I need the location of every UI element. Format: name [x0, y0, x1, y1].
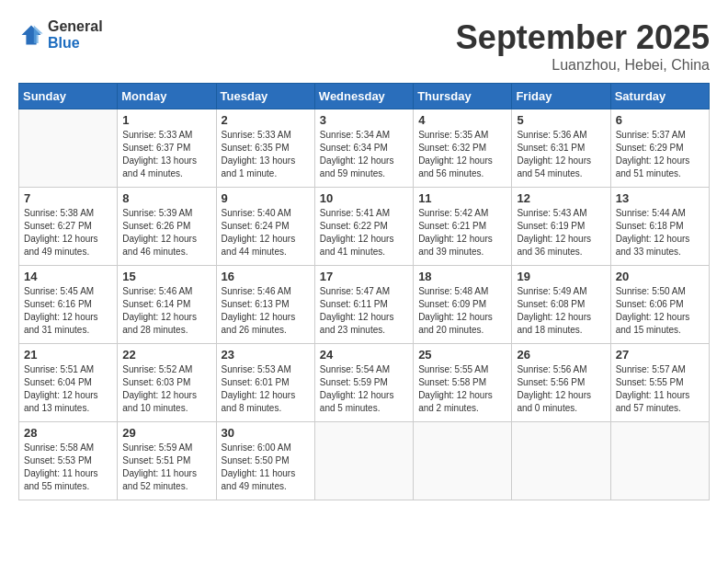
day-number: 13 [616, 191, 704, 205]
day-info: Sunrise: 5:54 AM Sunset: 5:59 PM Dayligh… [320, 363, 408, 415]
page-header: General Blue September 2025 Luanzhou, He… [18, 18, 710, 74]
calendar-cell: 24Sunrise: 5:54 AM Sunset: 5:59 PM Dayli… [314, 344, 413, 422]
day-info: Sunrise: 5:51 AM Sunset: 6:04 PM Dayligh… [24, 363, 112, 415]
day-info: Sunrise: 5:40 AM Sunset: 6:24 PM Dayligh… [222, 207, 310, 259]
day-number: 18 [418, 270, 506, 283]
day-number: 29 [122, 426, 210, 440]
calendar-cell: 9Sunrise: 5:40 AM Sunset: 6:24 PM Daylig… [216, 188, 314, 266]
svg-marker-1 [34, 25, 43, 43]
day-number: 1 [122, 113, 210, 127]
day-info: Sunrise: 5:50 AM Sunset: 6:06 PM Dayligh… [616, 285, 704, 337]
day-number: 10 [320, 191, 408, 205]
calendar-title: September 2025 [456, 18, 710, 57]
day-number: 27 [616, 348, 704, 362]
calendar-cell: 26Sunrise: 5:56 AM Sunset: 5:56 PM Dayli… [512, 344, 610, 422]
day-info: Sunrise: 5:56 AM Sunset: 5:56 PM Dayligh… [517, 363, 605, 415]
week-row-5: 28Sunrise: 5:58 AM Sunset: 5:53 PM Dayli… [19, 422, 710, 500]
day-header-friday: Friday [512, 84, 610, 109]
day-info: Sunrise: 5:33 AM Sunset: 6:35 PM Dayligh… [222, 129, 310, 180]
week-row-1: 1Sunrise: 5:33 AM Sunset: 6:37 PM Daylig… [19, 109, 710, 188]
calendar-cell [19, 109, 118, 188]
day-info: Sunrise: 5:43 AM Sunset: 6:19 PM Dayligh… [517, 207, 605, 259]
calendar-cell: 8Sunrise: 5:39 AM Sunset: 6:26 PM Daylig… [118, 188, 216, 266]
day-number: 5 [517, 113, 605, 127]
logo-icon [18, 22, 44, 48]
week-row-2: 7Sunrise: 5:38 AM Sunset: 6:27 PM Daylig… [19, 188, 710, 266]
calendar-cell: 30Sunrise: 6:00 AM Sunset: 5:50 PM Dayli… [216, 422, 314, 500]
day-number: 25 [418, 348, 506, 362]
day-header-wednesday: Wednesday [314, 84, 413, 109]
day-info: Sunrise: 5:33 AM Sunset: 6:37 PM Dayligh… [122, 129, 210, 180]
day-number: 30 [222, 426, 310, 440]
day-number: 4 [418, 113, 506, 127]
day-info: Sunrise: 5:58 AM Sunset: 5:53 PM Dayligh… [24, 442, 112, 493]
day-info: Sunrise: 5:49 AM Sunset: 6:08 PM Dayligh… [517, 285, 605, 337]
day-number: 12 [517, 191, 605, 205]
calendar-cell [414, 422, 512, 500]
day-info: Sunrise: 5:45 AM Sunset: 6:16 PM Dayligh… [24, 285, 112, 337]
calendar-cell: 11Sunrise: 5:42 AM Sunset: 6:21 PM Dayli… [414, 188, 512, 266]
day-info: Sunrise: 5:39 AM Sunset: 6:26 PM Dayligh… [122, 207, 210, 259]
day-info: Sunrise: 5:36 AM Sunset: 6:31 PM Dayligh… [517, 129, 605, 180]
day-number: 24 [320, 348, 408, 362]
day-header-saturday: Saturday [610, 84, 709, 109]
day-header-thursday: Thursday [414, 84, 512, 109]
calendar-cell [314, 422, 413, 500]
day-number: 15 [122, 270, 210, 283]
day-number: 23 [222, 348, 310, 362]
day-number: 20 [616, 270, 704, 283]
day-header-tuesday: Tuesday [216, 84, 314, 109]
calendar-cell: 5Sunrise: 5:36 AM Sunset: 6:31 PM Daylig… [512, 109, 610, 188]
calendar-cell: 17Sunrise: 5:47 AM Sunset: 6:11 PM Dayli… [314, 266, 413, 344]
day-number: 28 [24, 426, 112, 440]
calendar-cell: 21Sunrise: 5:51 AM Sunset: 6:04 PM Dayli… [19, 344, 118, 422]
day-info: Sunrise: 5:41 AM Sunset: 6:22 PM Dayligh… [320, 207, 408, 259]
day-number: 17 [320, 270, 408, 283]
day-number: 26 [517, 348, 605, 362]
calendar-table: SundayMondayTuesdayWednesdayThursdayFrid… [18, 83, 710, 500]
calendar-cell: 29Sunrise: 5:59 AM Sunset: 5:51 PM Dayli… [118, 422, 216, 500]
day-number: 19 [517, 270, 605, 283]
day-number: 8 [122, 191, 210, 205]
day-info: Sunrise: 5:55 AM Sunset: 5:58 PM Dayligh… [418, 363, 506, 415]
day-number: 6 [616, 113, 704, 127]
day-info: Sunrise: 5:59 AM Sunset: 5:51 PM Dayligh… [122, 442, 210, 493]
title-section: September 2025 Luanzhou, Hebei, China [456, 18, 710, 74]
day-info: Sunrise: 6:00 AM Sunset: 5:50 PM Dayligh… [222, 442, 310, 493]
calendar-cell: 22Sunrise: 5:52 AM Sunset: 6:03 PM Dayli… [118, 344, 216, 422]
day-number: 16 [222, 270, 310, 283]
day-info: Sunrise: 5:47 AM Sunset: 6:11 PM Dayligh… [320, 285, 408, 337]
logo-blue: Blue [48, 35, 103, 52]
day-info: Sunrise: 5:34 AM Sunset: 6:34 PM Dayligh… [320, 129, 408, 180]
calendar-cell [610, 422, 709, 500]
day-number: 21 [24, 348, 112, 362]
calendar-cell: 19Sunrise: 5:49 AM Sunset: 6:08 PM Dayli… [512, 266, 610, 344]
day-info: Sunrise: 5:38 AM Sunset: 6:27 PM Dayligh… [24, 207, 112, 259]
day-header-monday: Monday [118, 84, 216, 109]
calendar-cell: 23Sunrise: 5:53 AM Sunset: 6:01 PM Dayli… [216, 344, 314, 422]
day-info: Sunrise: 5:42 AM Sunset: 6:21 PM Dayligh… [418, 207, 506, 259]
logo-text: General Blue [48, 18, 103, 51]
calendar-cell: 27Sunrise: 5:57 AM Sunset: 5:55 PM Dayli… [610, 344, 709, 422]
day-number: 2 [222, 113, 310, 127]
calendar-body: 1Sunrise: 5:33 AM Sunset: 6:37 PM Daylig… [19, 109, 710, 500]
calendar-cell: 28Sunrise: 5:58 AM Sunset: 5:53 PM Dayli… [19, 422, 118, 500]
day-number: 22 [122, 348, 210, 362]
calendar-cell: 13Sunrise: 5:44 AM Sunset: 6:18 PM Dayli… [610, 188, 709, 266]
logo: General Blue [18, 18, 103, 51]
calendar-cell: 6Sunrise: 5:37 AM Sunset: 6:29 PM Daylig… [610, 109, 709, 188]
day-info: Sunrise: 5:35 AM Sunset: 6:32 PM Dayligh… [418, 129, 506, 180]
day-info: Sunrise: 5:46 AM Sunset: 6:13 PM Dayligh… [222, 285, 310, 337]
calendar-cell: 10Sunrise: 5:41 AM Sunset: 6:22 PM Dayli… [314, 188, 413, 266]
day-number: 3 [320, 113, 408, 127]
day-number: 7 [24, 191, 112, 205]
logo-general: General [48, 18, 103, 35]
calendar-cell: 14Sunrise: 5:45 AM Sunset: 6:16 PM Dayli… [19, 266, 118, 344]
day-info: Sunrise: 5:46 AM Sunset: 6:14 PM Dayligh… [122, 285, 210, 337]
calendar-cell: 25Sunrise: 5:55 AM Sunset: 5:58 PM Dayli… [414, 344, 512, 422]
day-info: Sunrise: 5:53 AM Sunset: 6:01 PM Dayligh… [222, 363, 310, 415]
week-row-4: 21Sunrise: 5:51 AM Sunset: 6:04 PM Dayli… [19, 344, 710, 422]
calendar-cell: 3Sunrise: 5:34 AM Sunset: 6:34 PM Daylig… [314, 109, 413, 188]
calendar-subtitle: Luanzhou, Hebei, China [456, 57, 710, 74]
day-info: Sunrise: 5:37 AM Sunset: 6:29 PM Dayligh… [616, 129, 704, 180]
